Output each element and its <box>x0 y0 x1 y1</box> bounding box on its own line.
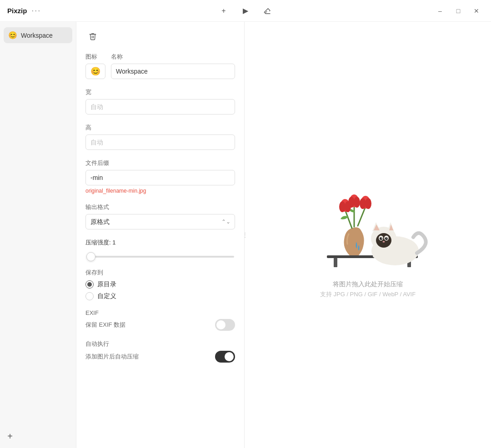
close-button[interactable]: ✕ <box>469 4 484 18</box>
app-title: Pixzip <box>7 7 27 15</box>
save-radio-group: 原目录 自定义 <box>85 280 235 300</box>
format-section: 输出格式 原格式 JPG PNG WebP AVIF GIF ⌃⌄ <box>85 203 235 229</box>
title-bar: Pixzip ··· + ▶ – □ ✕ <box>0 0 491 22</box>
title-bar-right: – □ ✕ <box>433 4 484 18</box>
icon-picker[interactable]: 😊 <box>85 64 105 79</box>
sidebar: 😊 Workspace + <box>0 22 76 448</box>
save-label: 保存到 <box>85 269 235 277</box>
format-select-wrapper: 原格式 JPG PNG WebP AVIF GIF ⌃⌄ <box>85 214 235 229</box>
drop-illustration <box>300 171 436 271</box>
svg-point-29 <box>360 198 366 209</box>
height-input[interactable] <box>85 134 235 150</box>
save-option2-label: 自定义 <box>97 292 116 300</box>
auto-toggle-row: 添加图片后自动压缩 <box>85 351 235 363</box>
radio-original-circle <box>85 280 94 289</box>
suffix-hint-colored: -min <box>127 188 137 194</box>
suffix-hint: original_filename-min.jpg <box>85 188 235 194</box>
height-section: 高 <box>85 124 235 150</box>
workspace-name-input[interactable] <box>111 64 235 79</box>
auto-toggle[interactable] <box>215 351 235 363</box>
suffix-label: 文件后缀 <box>85 159 235 167</box>
exif-toggle-row: 保留 EXIF 数据 <box>85 319 235 331</box>
icon-column: 图标 😊 <box>85 53 105 79</box>
title-bar-left: Pixzip ··· <box>7 6 41 15</box>
more-options-button[interactable]: ··· <box>31 6 41 15</box>
main-layout: 😊 Workspace + 图标 😊 <box>0 22 491 448</box>
svg-point-16 <box>383 241 385 243</box>
compression-value: 1 <box>112 239 115 246</box>
exif-section-label: EXIF <box>85 309 235 316</box>
auto-section: 自动执行 添加图片后自动压缩 <box>85 340 235 363</box>
height-label: 高 <box>85 124 235 132</box>
icon-label: 图标 <box>85 53 105 61</box>
sidebar-bottom: + <box>4 430 72 443</box>
compression-slider[interactable] <box>86 256 234 258</box>
svg-line-21 <box>358 207 366 226</box>
svg-point-15 <box>386 238 387 239</box>
exif-toggle-label: 保留 EXIF 数据 <box>85 321 125 329</box>
save-option-custom[interactable]: 自定义 <box>85 292 235 300</box>
drop-main-text: 将图片拖入此处开始压缩 <box>333 280 403 289</box>
auto-toggle-label: 添加图片后自动压缩 <box>85 353 139 361</box>
svg-rect-1 <box>334 258 337 267</box>
svg-point-23 <box>339 201 346 212</box>
format-label: 输出格式 <box>85 203 235 211</box>
drop-area[interactable]: 将图片拖入此处开始压缩 支持 JPG / PNG / GIF / WebP / … <box>245 22 491 448</box>
delete-button[interactable] <box>85 29 100 44</box>
slider-container <box>85 251 235 259</box>
name-column: 名称 <box>111 53 235 79</box>
play-icon[interactable]: ▶ <box>239 5 252 17</box>
compression-label: 压缩强度: 1 <box>85 239 235 247</box>
drop-sub-text: 支持 JPG / PNG / GIF / WebP / AVIF <box>320 290 416 299</box>
workspace-emoji: 😊 <box>8 31 17 40</box>
svg-point-27 <box>354 197 360 208</box>
suffix-section: 文件后缀 original_filename-min.jpg <box>85 159 235 194</box>
title-bar-center: + ▶ <box>217 5 274 17</box>
width-input[interactable] <box>85 99 235 114</box>
add-workspace-button[interactable]: + <box>4 430 16 443</box>
svg-point-9 <box>376 233 391 248</box>
svg-point-14 <box>381 238 382 239</box>
svg-point-17 <box>373 253 386 259</box>
suffix-hint-suffix: .jpg <box>137 188 146 194</box>
exif-section: EXIF 保留 EXIF 数据 <box>85 309 235 331</box>
svg-point-18 <box>389 253 401 259</box>
sidebar-item-workspace[interactable]: 😊 Workspace <box>4 27 72 43</box>
name-label: 名称 <box>111 53 235 61</box>
panel-toolbar <box>85 29 235 44</box>
format-select[interactable]: 原格式 JPG PNG WebP AVIF GIF <box>85 214 235 229</box>
radio-custom-circle <box>85 292 94 300</box>
save-option1-label: 原目录 <box>97 280 116 289</box>
minimize-button[interactable]: – <box>433 4 447 18</box>
svg-point-13 <box>385 237 388 240</box>
settings-panel: 图标 😊 名称 宽 高 文件后缀 original_filen <box>76 22 245 448</box>
icon-name-row: 图标 😊 名称 <box>85 53 235 79</box>
sidebar-item-label: Workspace <box>21 32 53 39</box>
add-icon[interactable]: + <box>217 5 230 17</box>
save-option-original[interactable]: 原目录 <box>85 280 235 289</box>
auto-section-label: 自动执行 <box>85 340 235 348</box>
suffix-input[interactable] <box>85 170 235 185</box>
suffix-hint-prefix: original_filename <box>85 188 127 194</box>
workspace-icon-emoji: 😊 <box>90 66 100 76</box>
svg-point-12 <box>380 237 382 240</box>
eraser-icon[interactable] <box>261 5 274 17</box>
width-section: 宽 <box>85 88 235 114</box>
maximize-button[interactable]: □ <box>451 4 466 18</box>
width-label: 宽 <box>85 88 235 96</box>
save-section: 保存到 原目录 自定义 <box>85 269 235 300</box>
svg-point-30 <box>365 198 371 209</box>
compression-section: 压缩强度: 1 <box>85 239 235 259</box>
exif-toggle[interactable] <box>215 319 235 331</box>
resize-handle[interactable]: ⋮ <box>242 231 248 239</box>
svg-line-19 <box>345 210 352 228</box>
svg-point-26 <box>348 197 355 208</box>
